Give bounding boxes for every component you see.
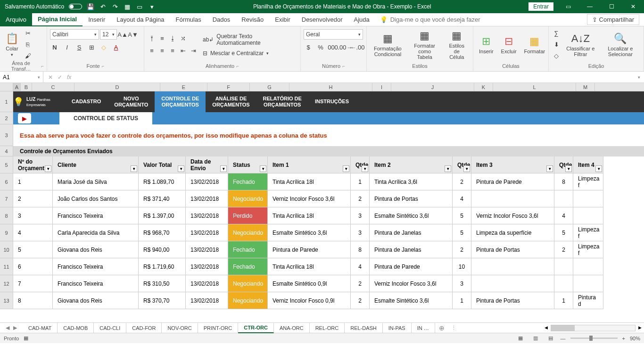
table-cell[interactable]: R$ 1.089,70	[139, 173, 186, 190]
font-name-combo[interactable]: Calibri▾	[50, 29, 99, 40]
row-header[interactable]: 12	[0, 275, 13, 292]
touch-icon[interactable]: ▭	[136, 3, 143, 10]
table-header[interactable]: Data de Envio▾	[186, 156, 228, 173]
table-cell[interactable]: R$ 310,50	[139, 275, 186, 292]
table-cell[interactable]: 8	[351, 241, 370, 258]
table-cell[interactable]: Giovana dos Reis	[53, 241, 139, 258]
filter-icon[interactable]: ▾	[565, 165, 572, 172]
align-right-icon[interactable]: ≡	[168, 46, 177, 56]
filter-icon[interactable]: ▾	[595, 165, 602, 172]
table-cell[interactable]: Giovana dos Reis	[53, 292, 139, 309]
row-header[interactable]: 4	[0, 146, 13, 156]
tab-nav-prev-icon[interactable]: ◀	[6, 325, 9, 331]
tab-insert[interactable]: Inserir	[83, 13, 111, 26]
font-size-combo[interactable]: 12▾	[100, 29, 117, 40]
scroll-right-icon[interactable]: ▶	[638, 325, 642, 330]
tab-developer[interactable]: Desenvolvedor	[296, 13, 348, 26]
table-cell[interactable]	[573, 190, 603, 207]
col-header-I[interactable]: I	[372, 83, 391, 91]
col-header-E[interactable]: E	[160, 83, 207, 91]
table-cell[interactable]: Negociando	[228, 190, 268, 207]
signin-button[interactable]: Entrar	[528, 2, 553, 11]
filter-icon[interactable]: ▾	[546, 165, 553, 172]
qat-more-icon[interactable]: ▾	[148, 3, 156, 10]
table-cell[interactable]: Verniz Incolor Fosco 0,9l	[268, 292, 351, 309]
font-color-icon[interactable]: A	[111, 42, 121, 52]
table-cell[interactable]: Limpeza da superfície	[471, 224, 554, 241]
table-cell[interactable]: 6	[13, 258, 53, 275]
table-cell[interactable]: R$ 370,70	[139, 292, 186, 309]
filter-icon[interactable]: ▾	[343, 165, 349, 172]
table-cell[interactable]: Limpeza f	[573, 224, 603, 241]
tab-data[interactable]: Dados	[207, 13, 236, 26]
table-header[interactable]: Item 4▾	[573, 156, 603, 173]
shrink-font-icon[interactable]: A▼	[128, 30, 138, 39]
decrease-indent-icon[interactable]: ⇤	[178, 46, 188, 56]
table-cell[interactable]: 3	[351, 224, 370, 241]
comma-icon[interactable]: 000	[328, 42, 338, 52]
table-cell[interactable]	[573, 258, 603, 275]
table-cell[interactable]: Verniz Incolor Fosco 3,6l	[268, 190, 351, 207]
table-cell[interactable]: Pintura de Janelas	[370, 241, 453, 258]
number-format-combo[interactable]: Geral▾	[304, 29, 363, 40]
table-cell[interactable]: R$ 1.719,60	[139, 258, 186, 275]
table-cell[interactable]: Fechado	[228, 173, 268, 190]
merge-center-button[interactable]: ⊟Mesclar e Centralizar▾	[203, 50, 297, 57]
tab-review[interactable]: Revisão	[236, 13, 269, 26]
row-header[interactable]: 5	[0, 156, 13, 173]
sheet-tab[interactable]: PRINT-ORC	[198, 323, 239, 333]
scroll-left-icon[interactable]: ◀	[545, 325, 548, 330]
col-header-H[interactable]: H	[289, 83, 372, 91]
undo-icon[interactable]: ↶	[99, 3, 107, 10]
menu-tab-0[interactable]: CADASTRO	[65, 91, 107, 112]
table-cell[interactable]: 4	[453, 190, 471, 207]
sheet-tab[interactable]: REL-ORC	[310, 323, 345, 333]
select-all-corner[interactable]	[0, 83, 13, 91]
currency-icon[interactable]: $	[304, 42, 313, 52]
filter-icon[interactable]: ▾	[463, 165, 470, 172]
sheet-tab[interactable]: NOV-ORC	[162, 323, 198, 333]
table-cell[interactable]: Tinta Acrílica 18l	[268, 258, 351, 275]
menu-tab-4[interactable]: RELATÓRIO DEORÇAMENTOS	[256, 91, 308, 112]
zoom-in-icon[interactable]: +	[622, 336, 625, 341]
filter-icon[interactable]: ▾	[362, 165, 368, 172]
tab-view[interactable]: Exibir	[269, 13, 296, 26]
align-top-icon[interactable]: ⭱	[147, 34, 157, 43]
table-cell[interactable]: 4	[351, 258, 370, 275]
table-cell[interactable]: Francisco Teixeira	[53, 258, 139, 275]
table-cell[interactable]: Esmalte Sintético 3,6l	[370, 207, 453, 224]
row-header[interactable]: 1	[0, 91, 13, 112]
row-header[interactable]: 3	[0, 124, 13, 146]
clear-icon[interactable]: ◇	[552, 51, 561, 61]
dialog-launcher-icon[interactable]: ⌐	[41, 64, 44, 69]
table-cell[interactable]: Tinta Acrílica 18l	[268, 207, 351, 224]
table-cell[interactable]: R$ 371,40	[139, 190, 186, 207]
menu-tab-5[interactable]: INSTRUÇÕES	[308, 91, 355, 112]
borders-icon[interactable]: ⊞	[87, 42, 96, 52]
ribbon-options-icon[interactable]: ▭	[557, 0, 579, 13]
table-header[interactable]: Item 1▾	[268, 156, 351, 173]
table-header[interactable]: Item 2▾	[370, 156, 453, 173]
table-cell[interactable]: Francisco Teixeira	[53, 207, 139, 224]
table-cell[interactable]: R$ 940,00	[139, 241, 186, 258]
fill-icon[interactable]: ⬇	[552, 40, 561, 49]
align-center-icon[interactable]: ≡	[157, 46, 167, 56]
sheet-tab[interactable]: CAD-FOR	[126, 323, 162, 333]
sheet-tab[interactable]: REL-DASH	[345, 323, 383, 333]
table-cell[interactable]: 1	[554, 292, 573, 309]
table-cell[interactable]: 13/02/2018	[186, 190, 228, 207]
sheet-tab[interactable]: ANA-ORC	[274, 323, 310, 333]
table-cell[interactable]: Francisco Teixeira	[53, 275, 139, 292]
dialog-launcher-icon[interactable]: ⌐	[236, 64, 239, 69]
increase-decimal-icon[interactable]: .00→	[340, 42, 350, 52]
sheet-tab[interactable]: CAD-CLI	[94, 323, 126, 333]
table-cell[interactable]	[471, 190, 554, 207]
table-cell[interactable]: 8	[554, 173, 573, 190]
row-header[interactable]: 7	[0, 190, 13, 207]
format-table-button[interactable]: ▦Formatar como Tabela	[408, 29, 442, 61]
tab-nav-next-icon[interactable]: ▶	[13, 325, 17, 331]
table-cell[interactable]	[471, 258, 554, 275]
table-cell[interactable]: Limpeza f	[573, 173, 603, 190]
filter-icon[interactable]: ▾	[131, 165, 137, 172]
table-cell[interactable]: 5	[453, 207, 471, 224]
